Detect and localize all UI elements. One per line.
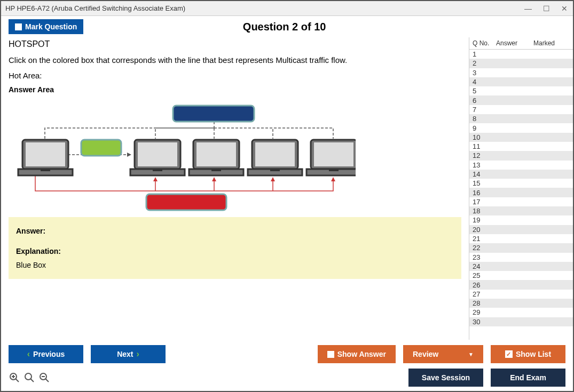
row-qno: 9 [473, 124, 496, 132]
list-row[interactable]: 24 [469, 262, 573, 271]
question-list-panel: Q No. Answer Marked 12345678910111213141… [469, 37, 573, 340]
checkbox-icon [327, 351, 334, 358]
end-exam-button[interactable]: End Exam [491, 369, 565, 387]
svg-marker-0 [127, 153, 131, 157]
svg-rect-8 [41, 170, 50, 171]
red-box[interactable] [146, 194, 226, 210]
row-qno: 11 [473, 142, 496, 150]
header-row: Mark Question Question 2 of 10 [1, 16, 573, 37]
check-icon: ✓ [505, 350, 513, 358]
end-exam-label: End Exam [510, 373, 546, 382]
explanation-text: Blue Box [16, 261, 46, 269]
row-qno: 25 [473, 271, 496, 279]
list-row[interactable]: 8 [469, 114, 573, 123]
blue-box[interactable] [173, 106, 254, 122]
button-row: ‹ Previous Next › Show Answer Review ▼ ✓… [9, 345, 565, 363]
row-qno: 22 [473, 244, 496, 252]
list-row[interactable]: 21 [469, 234, 573, 243]
list-row[interactable]: 14 [469, 170, 573, 179]
chevron-left-icon: ‹ [27, 349, 30, 359]
row-qno: 21 [473, 235, 496, 243]
list-row[interactable]: 5 [469, 86, 573, 95]
save-session-button[interactable]: Save Session [408, 369, 483, 387]
list-row[interactable]: 12 [469, 151, 573, 160]
row-qno: 8 [473, 115, 496, 123]
list-row[interactable]: 1 [469, 50, 573, 59]
svg-rect-22 [314, 142, 353, 166]
list-row[interactable]: 23 [469, 253, 573, 262]
bottom-bar: ‹ Previous Next › Show Answer Review ▼ ✓… [1, 340, 573, 391]
green-box[interactable] [81, 140, 121, 156]
list-row[interactable]: 16 [469, 188, 573, 197]
svg-rect-18 [255, 142, 295, 166]
list-row[interactable]: 25 [469, 271, 573, 280]
list-row[interactable]: 26 [469, 280, 573, 289]
zoom-out-icon[interactable] [38, 372, 50, 383]
row-qno: 24 [473, 262, 496, 270]
zoom-reset-icon[interactable] [23, 372, 35, 383]
row-qno: 26 [473, 281, 496, 289]
row-qno: 10 [473, 133, 496, 141]
svg-rect-24 [329, 170, 339, 171]
laptop-icon [18, 140, 356, 175]
next-label: Next [117, 350, 133, 358]
list-row[interactable]: 9 [469, 123, 573, 132]
row-qno: 30 [473, 318, 496, 326]
row-qno: 19 [473, 216, 496, 224]
zoom-in-icon[interactable] [9, 372, 20, 383]
row-qno: 4 [473, 78, 496, 86]
row-qno: 5 [473, 87, 496, 95]
show-answer-button[interactable]: Show Answer [318, 345, 396, 363]
minimize-icon[interactable]: — [524, 4, 532, 13]
show-list-label: Show List [516, 350, 551, 358]
list-row[interactable]: 28 [469, 299, 573, 308]
list-row[interactable]: 13 [469, 161, 573, 170]
previous-button[interactable]: ‹ Previous [9, 345, 83, 363]
list-row[interactable]: 2 [469, 59, 573, 68]
list-row[interactable]: 4 [469, 77, 573, 86]
svg-line-32 [45, 379, 49, 382]
list-row[interactable]: 17 [469, 197, 573, 206]
list-row[interactable]: 27 [469, 290, 573, 299]
row-qno: 20 [473, 226, 496, 234]
list-row[interactable]: 11 [469, 142, 573, 151]
svg-rect-14 [196, 142, 236, 166]
svg-rect-20 [270, 170, 280, 171]
list-row[interactable]: 19 [469, 215, 573, 225]
previous-label: Previous [33, 350, 65, 358]
list-row[interactable]: 18 [469, 206, 573, 215]
list-row[interactable]: 22 [469, 243, 573, 252]
review-button[interactable]: Review ▼ [403, 345, 483, 363]
question-counter: Question 2 of 10 [3, 21, 565, 33]
hotspot-diagram [9, 97, 356, 212]
app-window: HP HPE6-A72 (Aruba Certified Switching A… [0, 0, 574, 392]
list-row[interactable]: 3 [469, 68, 573, 77]
row-qno: 28 [473, 299, 496, 307]
chevron-down-icon: ▼ [468, 351, 474, 357]
list-row[interactable]: 10 [469, 133, 573, 142]
svg-line-26 [15, 379, 19, 382]
svg-rect-12 [153, 170, 162, 171]
row-qno: 2 [473, 59, 496, 67]
maximize-icon[interactable]: ☐ [542, 4, 551, 13]
list-body[interactable]: 1234567891011121314151617181920212223242… [469, 50, 573, 340]
row-qno: 15 [473, 179, 496, 187]
close-icon[interactable]: ✕ [560, 4, 569, 13]
explanation-label: Explanation: [16, 247, 454, 255]
show-list-button[interactable]: ✓ Show List [491, 345, 565, 363]
chevron-right-icon: › [137, 349, 139, 359]
next-button[interactable]: Next › [91, 345, 166, 363]
answer-block: Answer: Explanation: Blue Box [9, 217, 461, 279]
row-qno: 7 [473, 106, 496, 114]
list-row[interactable]: 20 [469, 225, 573, 234]
col-answer: Answer [496, 39, 533, 47]
list-row[interactable]: 15 [469, 179, 573, 188]
list-row[interactable]: 7 [469, 105, 573, 114]
zoom-controls [9, 372, 50, 383]
svg-line-30 [30, 379, 34, 382]
row-qno: 29 [473, 308, 496, 316]
svg-marker-2 [212, 177, 216, 181]
list-row[interactable]: 29 [469, 308, 573, 317]
list-row[interactable]: 6 [469, 95, 573, 105]
list-row[interactable]: 30 [469, 317, 573, 326]
